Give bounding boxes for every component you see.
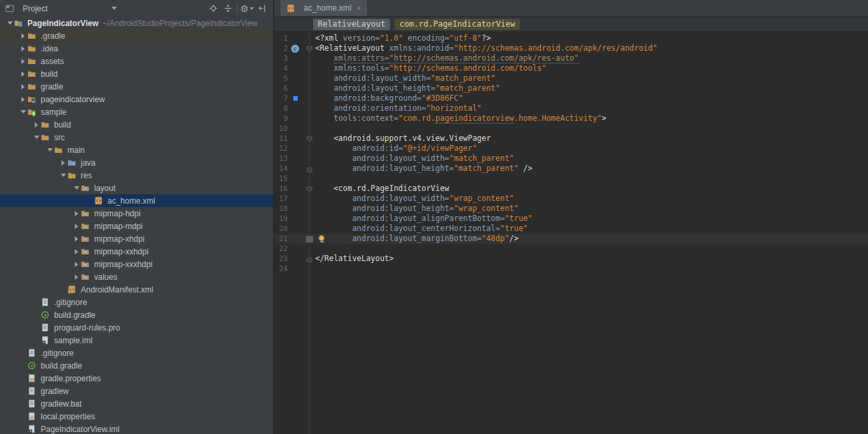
tree-item-androidmanifest-xml[interactable]: AndroidManifest.xml xyxy=(0,283,273,296)
tree-item-mipmap-xxxhdpi[interactable]: mipmap-xxxhdpi xyxy=(0,258,273,270)
tree-item-sample-iml[interactable]: sample.iml xyxy=(0,334,273,347)
code-line-14[interactable]: 14 android:layout_height="match_parent" … xyxy=(274,164,868,174)
chevron-right-icon[interactable] xyxy=(72,211,81,216)
code-line-21[interactable]: 21 android:layout_marginBottom="48dp"/> xyxy=(274,234,868,244)
code-line-17[interactable]: 17 android:layout_width="wrap_content" xyxy=(274,194,868,204)
chevron-down-icon[interactable] xyxy=(59,174,67,177)
chevron-right-icon[interactable] xyxy=(72,274,81,280)
breadcrumb-chip-relativelayout[interactable]: RelativeLayout xyxy=(313,19,390,30)
code-line-4[interactable]: 4 xmlns:tools="http://schemas.android.co… xyxy=(274,63,868,73)
code-line-1[interactable]: 1<?xml version="1.0" encoding="utf-8"?> xyxy=(274,33,868,43)
fold-marker-down[interactable] xyxy=(306,186,313,192)
tree-item-gradlew[interactable]: gradlew xyxy=(0,385,273,397)
code-line-8[interactable]: 8 android:orientation="horizontal" xyxy=(274,103,868,114)
chevron-right-icon[interactable] xyxy=(19,84,27,89)
settings-gear-button[interactable]: ⚙ xyxy=(240,2,254,15)
tree-item-src[interactable]: src xyxy=(0,131,273,144)
chevron-right-icon[interactable] xyxy=(72,224,81,229)
tree-item-layout[interactable]: layout xyxy=(0,182,273,194)
tree-item-mipmap-hdpi[interactable]: mipmap-hdpi xyxy=(0,207,273,220)
close-tab-icon[interactable]: × xyxy=(357,5,361,12)
code-line-13[interactable]: 13 android:layout_width="match_parent" xyxy=(274,154,868,164)
code-line-5[interactable]: 5 android:layout_width="match_parent" xyxy=(274,73,868,83)
code-line-10[interactable]: 10 xyxy=(274,124,868,134)
code-line-20[interactable]: 20 android:layout_centerHorizontal="true… xyxy=(274,224,868,234)
code-text: <com.rd.PageIndicatorView xyxy=(315,184,449,194)
chevron-down-icon[interactable] xyxy=(72,186,81,190)
tree-item-pageindicatorview-iml[interactable]: PageIndicatorView.iml xyxy=(0,423,273,434)
locate-file-button[interactable] xyxy=(206,2,220,15)
tree-item-build-gradle[interactable]: build.gradle xyxy=(0,359,273,372)
code-editor[interactable]: 1<?xml version="1.0" encoding="utf-8"?>2… xyxy=(274,32,868,434)
code-line-12[interactable]: 12 android:id="@+id/viewPager" xyxy=(274,144,868,154)
tree-item-res[interactable]: res xyxy=(0,169,273,182)
project-view-dropdown-arrow[interactable] xyxy=(112,7,117,10)
tree-item-mipmap-xhdpi[interactable]: mipmap-xhdpi xyxy=(0,232,273,245)
chevron-right-icon[interactable] xyxy=(72,262,81,267)
collapse-all-button[interactable] xyxy=(220,2,235,15)
tree-item-build[interactable]: build xyxy=(0,67,273,80)
tree-item-gradle-properties[interactable]: gradle.properties xyxy=(0,372,273,385)
tree-item-mipmap-xxhdpi[interactable]: mipmap-xxhdpi xyxy=(0,245,273,258)
code-line-7[interactable]: 7 android:background="#3D86FC" xyxy=(274,93,868,103)
chevron-right-icon[interactable] xyxy=(72,249,81,254)
tree-item-main[interactable]: main xyxy=(0,144,273,156)
fold-marker-up[interactable] xyxy=(306,256,313,262)
code-line-6[interactable]: 6 android:layout_height="match_parent" xyxy=(274,83,868,93)
tree-item-build[interactable]: build xyxy=(0,118,273,131)
tree-item-build-gradle[interactable]: build.gradle xyxy=(0,308,273,321)
chevron-down-icon[interactable] xyxy=(45,148,54,152)
code-line-24[interactable]: 24 xyxy=(274,264,868,274)
code-line-18[interactable]: 18 android:layout_height="wrap_content" xyxy=(274,204,868,214)
code-line-11[interactable]: 11 <android.support.v4.view.ViewPager xyxy=(274,134,868,144)
tree-item-label: build.gradle xyxy=(54,310,95,320)
tree-item-assets[interactable]: assets xyxy=(0,55,273,67)
fold-marker-up[interactable] xyxy=(306,166,313,172)
line-number: 24 xyxy=(274,264,288,274)
tree-item--gradle[interactable]: .gradle xyxy=(0,29,273,42)
chevron-down-icon[interactable] xyxy=(5,21,14,25)
tree-item--gitignore[interactable]: .gitignore xyxy=(0,296,273,308)
tree-item-ac-home-xml[interactable]: ac_home.xml xyxy=(0,194,273,207)
code-line-23[interactable]: 23</RelativeLayout> xyxy=(274,254,868,264)
tree-item-mipmap-mdpi[interactable]: mipmap-mdpi xyxy=(0,220,273,232)
code-line-22[interactable]: 22 xyxy=(274,244,868,254)
tree-item-proguard-rules-pro[interactable]: proguard-rules.pro xyxy=(0,321,273,334)
tab-ac-home-xml[interactable]: ac_home.xml × xyxy=(280,0,368,16)
code-line-9[interactable]: 9 tools:context="com.rd.pageindicatorvie… xyxy=(274,114,868,124)
tree-item-sample[interactable]: sample xyxy=(0,105,273,118)
tree-item-local-properties[interactable]: local.properties xyxy=(0,410,273,423)
code-line-16[interactable]: 16 <com.rd.PageIndicatorView xyxy=(274,184,868,194)
fold-marker-down[interactable] xyxy=(306,45,313,52)
fold-marker-up[interactable] xyxy=(306,236,313,242)
tree-item-pageindicatorview[interactable]: PageIndicatorView~/AndroidStudioProjects… xyxy=(0,17,273,29)
tree-item--gitignore[interactable]: .gitignore xyxy=(0,347,273,359)
context-class-gutter-icon[interactable]: c xyxy=(291,44,303,53)
tree-item-gradle[interactable]: gradle xyxy=(0,80,273,93)
chevron-right-icon[interactable] xyxy=(19,59,27,64)
chevron-right-icon[interactable] xyxy=(19,71,27,77)
breadcrumb-chip-com-rd-pageindicatorview[interactable]: com.rd.PageIndicatorView xyxy=(395,19,519,30)
code-line-19[interactable]: 19 android:layout_alignParentBottom="tru… xyxy=(274,214,868,224)
fold-marker-down[interactable] xyxy=(306,136,313,142)
chevron-down-icon[interactable] xyxy=(19,110,27,114)
tree-item-gradlew-bat[interactable]: gradlew.bat xyxy=(0,397,273,410)
tree-item-pageindicatorview[interactable]: pageindicatorview xyxy=(0,93,273,105)
color-preview-gutter-icon[interactable] xyxy=(291,94,303,103)
tree-item--idea[interactable]: .idea xyxy=(0,42,273,55)
module-android-icon xyxy=(27,107,37,116)
chevron-right-icon[interactable] xyxy=(72,236,81,242)
chevron-right-icon[interactable] xyxy=(59,160,67,166)
chevron-down-icon[interactable] xyxy=(32,136,41,139)
code-line-3[interactable]: 3 xmlns:attrs="http://schemas.android.co… xyxy=(274,53,868,63)
hide-panel-button[interactable] xyxy=(254,2,269,15)
chevron-right-icon[interactable] xyxy=(19,33,27,39)
code-line-2[interactable]: 2c<RelativeLayout xmlns:android="http://… xyxy=(274,43,868,53)
code-line-15[interactable]: 15 xyxy=(274,174,868,184)
xml-icon xyxy=(94,196,104,205)
chevron-right-icon[interactable] xyxy=(19,97,27,102)
tree-item-values[interactable]: values xyxy=(0,270,273,283)
tree-item-java[interactable]: java xyxy=(0,156,273,169)
chevron-right-icon[interactable] xyxy=(32,122,41,128)
chevron-right-icon[interactable] xyxy=(19,46,27,51)
